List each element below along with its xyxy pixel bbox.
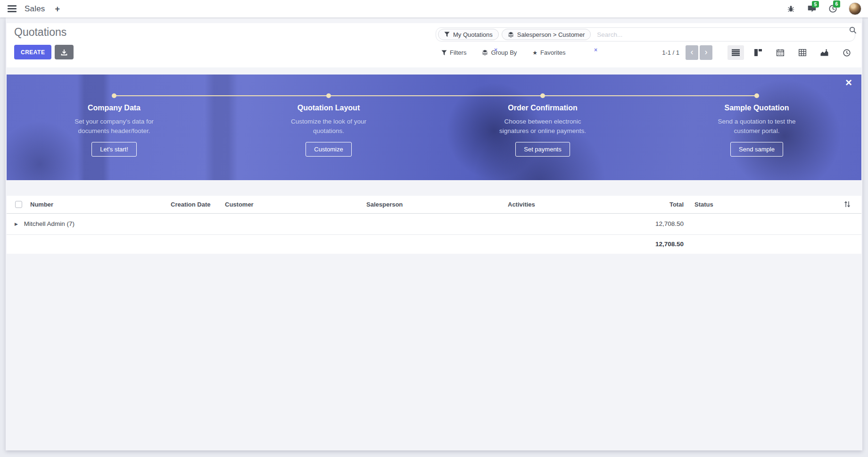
- column-header-total[interactable]: Total: [592, 196, 687, 213]
- select-all-cell: [7, 196, 27, 213]
- group-row-mitchell-admin[interactable]: ▶ Mitchell Admin (7) 12,708.50: [7, 213, 861, 234]
- lets-start-button[interactable]: Let's start!: [91, 142, 137, 157]
- star-icon: ★: [532, 50, 537, 56]
- top-navbar: Sales + 5: [0, 0, 868, 17]
- step-title: Order Confirmation: [481, 104, 604, 112]
- filters-label: Filters: [450, 49, 466, 56]
- step-title: Quotation Layout: [267, 104, 390, 112]
- user-avatar[interactable]: [849, 2, 861, 15]
- menu-toggle-button[interactable]: [7, 4, 17, 13]
- main-content: Quotations CREATE My Quotations: [6, 17, 862, 450]
- graph-view-button[interactable]: [816, 45, 833, 60]
- app-name[interactable]: Sales: [25, 4, 45, 14]
- search-facet-my-quotations: My Quotations: [438, 29, 499, 40]
- timeline-dot: [754, 93, 759, 98]
- step-description: Set your company's data for documents he…: [66, 117, 163, 135]
- onboarding-step-order-confirmation: Order Confirmation Choose between electr…: [481, 104, 604, 157]
- onboarding-timeline: [113, 95, 757, 96]
- layers-icon: [508, 32, 514, 38]
- column-header-creation-date[interactable]: Creation Date: [168, 196, 222, 213]
- quotations-list: Number Creation Date Customer Salesperso…: [7, 196, 861, 254]
- navbar-left: Sales +: [7, 4, 63, 14]
- quotations-table: Number Creation Date Customer Salesperso…: [7, 196, 861, 254]
- onboarding-step-quotation-layout: Quotation Layout Customize the look of y…: [267, 104, 390, 157]
- activity-view-icon: [843, 49, 851, 57]
- favorites-label: Favorites: [540, 49, 565, 56]
- filter-icon: [441, 50, 447, 56]
- favorites-menu-button[interactable]: ★ Favorites: [532, 49, 565, 56]
- step-title: Company Data: [53, 104, 175, 112]
- activities-button[interactable]: 6: [828, 4, 838, 14]
- search-icon[interactable]: [849, 26, 857, 34]
- search-input[interactable]: [596, 31, 839, 39]
- list-view-button[interactable]: [727, 45, 744, 60]
- calendar-view-icon: [777, 49, 784, 56]
- column-header-number[interactable]: Number: [27, 196, 168, 213]
- customize-button[interactable]: Customize: [306, 142, 351, 157]
- select-all-checkbox[interactable]: [15, 201, 22, 208]
- pivot-view-button[interactable]: [794, 45, 810, 60]
- groupby-label: Group By: [491, 49, 517, 56]
- pager-range: 1-1 / 1: [662, 49, 679, 56]
- control-panel: Quotations CREATE My Quotations: [7, 23, 861, 67]
- menu-icon: [8, 5, 17, 12]
- page-title: Quotations: [14, 26, 66, 39]
- pager: 1-1 / 1 ‹ ›: [662, 45, 712, 60]
- optional-columns-cell: [833, 196, 861, 213]
- pager-next-button[interactable]: ›: [700, 45, 712, 60]
- activity-view-button[interactable]: [838, 45, 855, 60]
- graph-view-icon: [820, 49, 828, 56]
- group-label: Mitchell Admin (7): [24, 220, 74, 227]
- footer-total: 12,708.50: [592, 234, 687, 254]
- group-total: 12,708.50: [592, 213, 687, 234]
- export-button[interactable]: [55, 45, 74, 59]
- layers-icon: [482, 50, 488, 56]
- add-tab-button[interactable]: +: [52, 4, 63, 14]
- step-description: Send a quotation to test the customer po…: [709, 117, 805, 135]
- groupby-menu-button[interactable]: Group By: [482, 49, 517, 56]
- kanban-view-button[interactable]: [750, 45, 766, 60]
- kanban-view-icon: [754, 49, 762, 56]
- action-buttons: CREATE: [14, 45, 74, 59]
- step-description: Customize the look of your quotations.: [281, 117, 377, 135]
- filters-menu-button[interactable]: Filters: [441, 49, 466, 56]
- column-header-activities[interactable]: Activities: [505, 196, 592, 213]
- onboarding-step-sample-quotation: Sample Quotation Send a quotation to tes…: [695, 104, 818, 157]
- list-view-icon: [732, 49, 740, 56]
- search-menus: Filters Group By ★ Favorites: [441, 45, 566, 60]
- create-button[interactable]: CREATE: [14, 45, 51, 59]
- table-header-row: Number Creation Date Customer Salesperso…: [7, 196, 861, 213]
- set-payments-button[interactable]: Set payments: [515, 142, 570, 157]
- onboarding-step-company-data: Company Data Set your company's data for…: [53, 104, 175, 157]
- timeline-dot: [112, 93, 116, 98]
- facet-label: Salesperson > Customer: [517, 31, 585, 38]
- timeline-dot: [540, 93, 545, 98]
- timeline-dot: [326, 93, 331, 98]
- sliders-icon: [844, 201, 851, 208]
- debug-button[interactable]: [786, 4, 796, 14]
- pager-prev-button[interactable]: ‹: [686, 45, 698, 60]
- facet-label: My Quotations: [453, 31, 493, 38]
- expand-caret-icon[interactable]: ▶: [15, 222, 18, 226]
- onboarding-banner: × Company Data Set your company's data f…: [7, 75, 861, 180]
- close-icon[interactable]: ×: [843, 76, 855, 89]
- table-footer-row: 12,708.50: [7, 234, 861, 254]
- messages-button[interactable]: 5: [807, 4, 817, 14]
- download-icon: [61, 49, 67, 56]
- facet-remove-icon[interactable]: ×: [594, 47, 597, 53]
- calendar-view-button[interactable]: [772, 45, 788, 60]
- column-header-status[interactable]: Status: [687, 196, 833, 213]
- send-sample-button[interactable]: Send sample: [730, 142, 783, 157]
- navbar-right: 5 6: [786, 2, 861, 15]
- search-facet-groupby: Salesperson > Customer: [502, 29, 591, 40]
- view-switcher: [727, 45, 855, 60]
- column-header-salesperson[interactable]: Salesperson: [364, 196, 505, 213]
- activities-badge: 6: [833, 0, 840, 8]
- step-title: Sample Quotation: [695, 104, 818, 112]
- column-header-customer[interactable]: Customer: [222, 196, 364, 213]
- optional-columns-button[interactable]: [843, 200, 851, 208]
- filter-icon: [444, 32, 450, 37]
- search-bar[interactable]: My Quotations Salesperson > Customer: [436, 27, 855, 42]
- step-description: Choose between electronic signatures or …: [495, 117, 591, 135]
- pivot-view-icon: [799, 49, 806, 56]
